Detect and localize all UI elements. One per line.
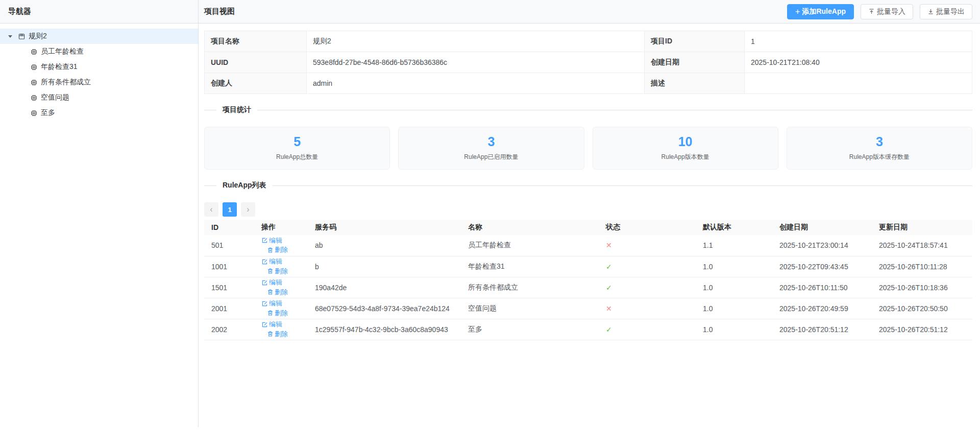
cell-actions: 编辑 删除 — [255, 256, 309, 277]
divider-line — [273, 185, 972, 186]
edit-link[interactable]: 编辑 — [261, 278, 282, 287]
prev-page-button[interactable]: ‹ — [204, 202, 218, 217]
delete-link[interactable]: 删除 — [267, 330, 288, 339]
cell-created: 2025-10-26T10:11:50 — [773, 277, 873, 298]
tree-node-ruleapp[interactable]: 所有条件都成立 — [0, 75, 198, 90]
chip-icon — [30, 94, 38, 102]
tree-node-ruleapp[interactable]: 员工年龄检查 — [0, 44, 198, 59]
edit-link[interactable]: 编辑 — [261, 236, 282, 245]
detail-label: 项目ID — [645, 31, 745, 52]
status-icon — [606, 325, 612, 334]
cell-status — [600, 235, 697, 256]
detail-row: 项目名称 规则2 项目ID 1 — [205, 31, 972, 52]
package-icon — [18, 33, 26, 40]
detail-value: 规则2 — [307, 31, 645, 52]
page-title: 项目视图 — [204, 7, 235, 16]
cell-version: 1.0 — [697, 256, 773, 277]
detail-row: UUID 593e8fdd-27be-4548-86d6-b5736b36386… — [205, 52, 972, 73]
stat-card-total: 5 RuleApp总数量 — [204, 127, 390, 170]
stat-cards: 5 RuleApp总数量 3 RuleApp已启用数量 10 RuleApp版本… — [204, 127, 972, 170]
cell-actions: 编辑 删除 — [255, 298, 309, 319]
stat-value: 5 — [293, 135, 301, 149]
col-created: 创建日期 — [773, 220, 873, 235]
tree-node-label: 空值问题 — [41, 93, 69, 102]
project-view-header: 项目视图 +添加RuleApp 批量导入 — [199, 0, 980, 24]
edit-icon — [261, 259, 268, 265]
detail-label: 创建人 — [205, 73, 307, 94]
cell-service-code: 1c29557f-947b-4c32-9bcb-3a60c8a90943 — [309, 319, 462, 340]
add-ruleapp-button[interactable]: +添加RuleApp — [787, 4, 854, 19]
next-page-button[interactable]: › — [241, 202, 255, 217]
divider-line — [257, 110, 972, 110]
edit-link[interactable]: 编辑 — [261, 257, 282, 266]
detail-row: 创建人 admin 描述 — [205, 73, 972, 94]
chip-icon — [30, 63, 38, 71]
stat-card-enabled: 3 RuleApp已启用数量 — [398, 127, 584, 170]
col-status: 状态 — [600, 220, 697, 235]
batch-export-button[interactable]: 批量导出 — [920, 4, 972, 19]
cell-updated: 2025-10-26T10:11:28 — [873, 256, 972, 277]
project-view-content: 项目名称 规则2 项目ID 1 UUID 593e8fdd-27be-4548-… — [199, 24, 980, 340]
status-icon — [606, 263, 612, 271]
table-row: 1001 编辑 删除 b 年龄检查31 1.0 2025-10-22T09:43… — [204, 256, 972, 277]
edit-link[interactable]: 编辑 — [261, 320, 282, 329]
page-number-button[interactable]: 1 — [223, 202, 237, 217]
tree-node-ruleapp[interactable]: 年龄检查31 — [0, 59, 198, 75]
cell-status — [600, 298, 697, 319]
stat-label: RuleApp版本缓存数量 — [849, 153, 910, 161]
stat-value: 3 — [876, 135, 883, 149]
cell-id: 2002 — [204, 319, 255, 340]
delete-link[interactable]: 删除 — [267, 288, 288, 297]
chevron-right-icon: › — [247, 205, 249, 214]
cell-id: 501 — [204, 235, 255, 256]
navigator-sidebar: 导航器 规则2 — [0, 0, 199, 427]
trash-icon — [267, 289, 274, 295]
tree-node-ruleapp[interactable]: 至多 — [0, 105, 198, 121]
table-row: 2001 编辑 删除 68e07529-54d3-4a8f-9734-39ea7… — [204, 298, 972, 319]
delete-link[interactable]: 删除 — [267, 309, 288, 318]
cell-id: 1501 — [204, 277, 255, 298]
detail-label: 创建日期 — [645, 52, 745, 73]
stat-card-cached: 3 RuleApp版本缓存数量 — [787, 127, 972, 170]
tree-node-ruleapp[interactable]: 空值问题 — [0, 90, 198, 105]
stat-label: RuleApp总数量 — [276, 153, 318, 161]
cell-version: 1.1 — [697, 235, 773, 256]
tree-node-project[interactable]: 规则2 — [0, 29, 198, 44]
table-row: 1501 编辑 删除 190a42de 所有条件都成立 1.0 2025-10-… — [204, 277, 972, 298]
navigator-header: 导航器 — [0, 0, 198, 24]
trash-icon — [267, 247, 274, 253]
delete-link[interactable]: 删除 — [267, 267, 288, 276]
stat-value: 3 — [487, 135, 495, 149]
table-header-row: ID 操作 服务码 名称 状态 默认版本 创建日期 更新日期 — [204, 220, 972, 235]
cell-created: 2025-10-21T23:00:14 — [773, 235, 873, 256]
plus-icon: + — [795, 8, 800, 16]
table-row: 501 编辑 删除 ab 员工年龄检查 1.1 2025-10-21T23:00… — [204, 235, 972, 256]
cell-updated: 2025-10-26T20:51:12 — [873, 319, 972, 340]
stat-card-versions: 10 RuleApp版本数量 — [593, 127, 778, 170]
delete-link[interactable]: 删除 — [267, 245, 288, 254]
detail-value: 593e8fdd-27be-4548-86d6-b5736b36386c — [307, 52, 645, 73]
project-tree: 规则2 员工年龄检查 — [0, 24, 198, 121]
caret-down-icon[interactable] — [7, 33, 13, 39]
cell-name: 空值问题 — [462, 298, 600, 319]
stats-section-title: 项目统计 — [216, 105, 257, 114]
cell-id: 1001 — [204, 256, 255, 277]
status-icon — [606, 305, 612, 313]
header-actions: +添加RuleApp 批量导入 — [787, 4, 972, 19]
cell-service-code: 190a42de — [309, 277, 462, 298]
batch-import-button[interactable]: 批量导入 — [861, 4, 913, 19]
edit-icon — [261, 237, 268, 244]
chip-icon — [30, 109, 38, 117]
cell-actions: 编辑 删除 — [255, 319, 309, 340]
col-id: ID — [204, 220, 255, 235]
cell-updated: 2025-10-24T18:57:41 — [873, 235, 972, 256]
edit-link[interactable]: 编辑 — [261, 299, 282, 308]
divider-line — [204, 110, 216, 110]
status-icon — [606, 241, 612, 249]
cell-version: 1.0 — [697, 298, 773, 319]
cell-id: 2001 — [204, 298, 255, 319]
col-name: 名称 — [462, 220, 600, 235]
navigator-title: 导航器 — [8, 7, 31, 16]
cell-updated: 2025-10-26T10:18:36 — [873, 277, 972, 298]
cell-updated: 2025-10-26T20:50:50 — [873, 298, 972, 319]
